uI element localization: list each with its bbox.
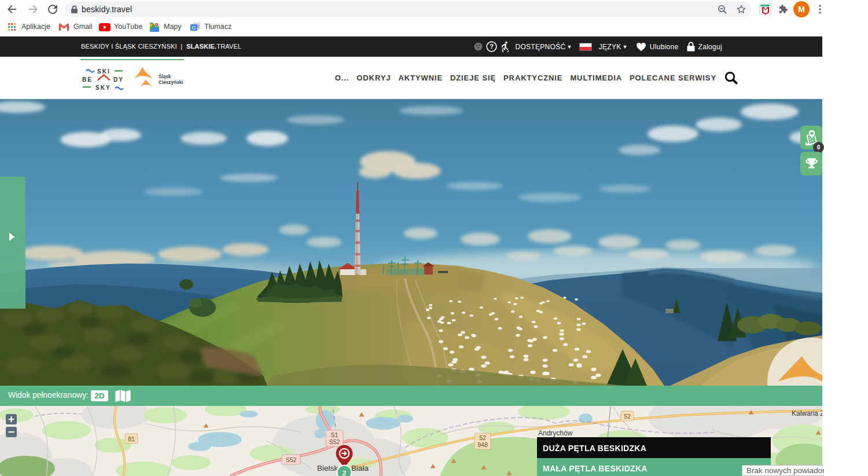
svg-text:2: 2 (343, 470, 346, 476)
svg-text:SKY: SKY (95, 85, 111, 91)
svg-text:Andrychów: Andrychów (538, 429, 573, 437)
svg-text:BE: BE (82, 76, 93, 83)
svg-text:?: ? (490, 43, 494, 50)
svg-text:Biała: Biała (351, 464, 369, 473)
svg-text:文: 文 (196, 24, 200, 29)
svg-text:S52: S52 (286, 456, 297, 463)
svg-text:SKI: SKI (97, 68, 111, 75)
svg-text:52: 52 (624, 413, 631, 420)
svg-text:S1: S1 (331, 431, 339, 438)
svg-text:Cieszyński: Cieszyński (159, 80, 183, 85)
svg-text:81: 81 (128, 435, 135, 442)
svg-text:Kalwaria Ze: Kalwaria Ze (792, 409, 822, 418)
svg-text:S52: S52 (329, 438, 340, 445)
svg-text:948: 948 (477, 441, 488, 448)
svg-text:Śląsk: Śląsk (159, 73, 171, 79)
svg-text:52: 52 (479, 434, 486, 441)
svg-text:DY: DY (113, 76, 124, 83)
